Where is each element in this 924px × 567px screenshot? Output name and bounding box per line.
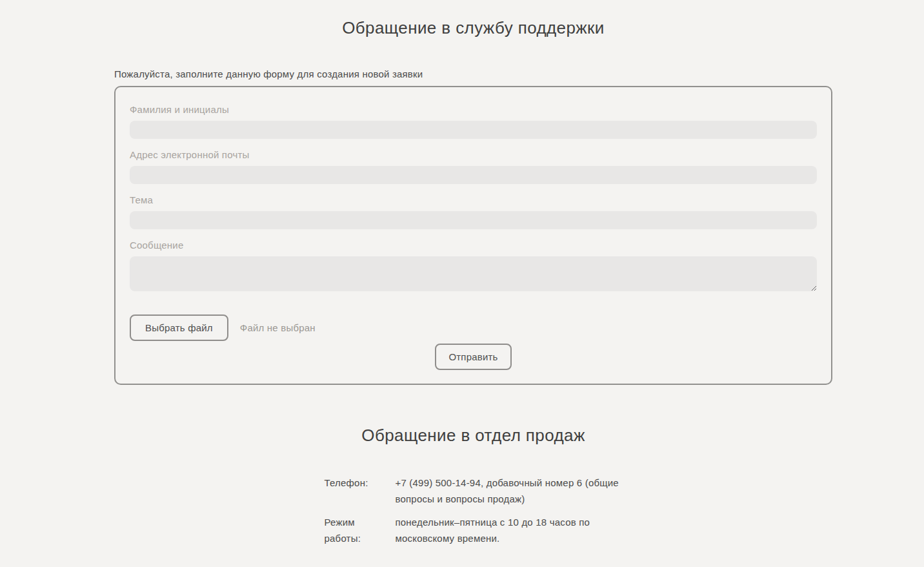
working-hours-value: понедельник–пятница с 10 до 18 часов по … [396,514,623,546]
file-attachment-row: Выбрать файл Файл не выбран [130,314,817,341]
phone-label: Телефон: [325,475,383,507]
email-field-group: Адрес электронной почты [130,149,817,184]
subject-input[interactable] [130,211,817,229]
surname-field-label: Фамилия и инициалы [130,104,817,115]
choose-file-button[interactable]: Выбрать файл [130,314,228,341]
form-intro-text: Пожалуйста, заполните данную форму для с… [114,68,832,79]
support-page: Обращение в службу поддержки Пожалуйста,… [114,18,832,567]
support-page-title: Обращение в службу поддержки [114,18,832,38]
sales-contact-block: Телефон: +7 (499) 500-14-94, добавочный … [325,475,623,546]
surname-field-group: Фамилия и инициалы [130,104,817,139]
file-status-text: Файл не выбран [240,322,316,333]
support-request-form: Фамилия и инициалы Адрес электронной поч… [114,86,832,385]
sales-section-title: Обращение в отдел продаж [114,426,832,446]
message-field-group: Сообщение [130,240,817,291]
message-textarea[interactable] [130,256,817,291]
submit-row: Отправить [130,344,817,370]
working-hours-row: Режим работы: понедельник–пятница с 10 д… [325,514,623,546]
working-hours-label: Режим работы: [325,514,383,546]
phone-value: +7 (499) 500-14-94, добавочный номер 6 (… [396,475,623,507]
message-field-label: Сообщение [130,240,817,251]
subject-field-group: Тема [130,194,817,229]
submit-button[interactable]: Отправить [435,344,511,370]
email-input[interactable] [130,166,817,184]
subject-field-label: Тема [130,194,817,205]
phone-row: Телефон: +7 (499) 500-14-94, добавочный … [325,475,623,507]
surname-input[interactable] [130,121,817,139]
email-field-label: Адрес электронной почты [130,149,817,160]
